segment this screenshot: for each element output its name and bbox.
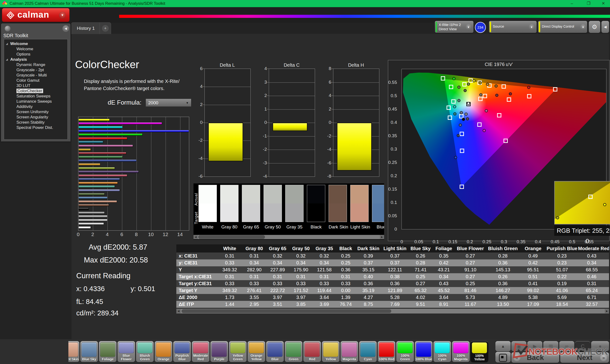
extra-tool-button[interactable]: ● [591, 341, 609, 351]
scroll-right-icon[interactable]: ▶ [380, 235, 384, 239]
cie-target-square [477, 122, 481, 127]
patch-button-orange-yellow[interactable]: Orange Yellow [247, 341, 265, 362]
scroll-right-icon[interactable]: ▶ [605, 309, 609, 313]
next-button[interactable]: Next » [560, 352, 609, 363]
reading-y-value: y: 0.501 [130, 285, 155, 293]
sidebar-item-grayscale-multi[interactable]: Grayscale - Multi [4, 73, 67, 78]
scroll-left-icon[interactable]: ◀ [176, 309, 181, 313]
loop-button[interactable]: ∞ [559, 341, 574, 351]
cie-inset-target-square [588, 195, 593, 199]
patch-button-green[interactable]: Green [285, 341, 302, 362]
patch-button-magenta[interactable]: Magenta [340, 341, 358, 362]
patch-button-red[interactable]: Red [303, 341, 321, 362]
meter-dropdown[interactable]: X-Rite i1Pro 2 Direct View ▼ [435, 21, 473, 33]
sidebar-indicator-button[interactable] [5, 26, 11, 31]
close-icon[interactable]: ✕ [598, 0, 608, 7]
scrollbar-thumb[interactable] [182, 309, 391, 313]
calman-menu-button[interactable]: calman ▼ [2, 8, 70, 22]
table-row-x-cie31: x: CIE310.310.310.320.320.320.250.390.37… [176, 252, 609, 260]
patch-label: Moderate Red [192, 354, 209, 362]
sidebar-item-colorchecker[interactable]: ColorChecker [4, 88, 67, 94]
stop-button[interactable] [495, 352, 511, 363]
settings-gear-button[interactable]: ⚙ [589, 21, 600, 33]
minimize-icon[interactable]: – [567, 0, 577, 7]
sidebar-item-color-gamut[interactable]: Color Gamut [4, 78, 67, 83]
swatch-strip-scrollbar[interactable]: ◀ ▶ [194, 235, 384, 239]
patch-button-moderate-red[interactable]: Moderate Red [192, 341, 209, 362]
cell-value: 0.43 [432, 280, 455, 287]
sidebar-item-options[interactable]: Options [4, 52, 67, 57]
sidebar-item-3d-lut[interactable]: 3D LUT [4, 83, 67, 88]
sidebar-item-welcome[interactable]: Welcome [4, 46, 67, 52]
delta-c-chart: Delta C43210-1-2-3-4 [255, 62, 314, 182]
read-continuous-button[interactable]: ◉ [511, 341, 526, 351]
sidebar-item-screen-angularity[interactable]: Screen Angularity [4, 115, 67, 120]
sidebar-item-grayscale-2pt[interactable]: Grayscale - 2pt [4, 67, 67, 73]
add-tab-button[interactable]: + [100, 22, 111, 34]
patch-button-blue-flower[interactable]: Blue Flower [117, 341, 135, 362]
patch-button-blue-sky[interactable]: Blue Sky [80, 341, 98, 362]
patch-swatch [305, 342, 320, 357]
chart-view-button[interactable]: ▥ [543, 341, 558, 351]
patch-button-100-cyan[interactable]: 100% Cyan [433, 341, 451, 362]
sidebar-collapse-button[interactable]: ◀ [63, 25, 69, 32]
read-series-button[interactable]: ▶ [527, 341, 542, 351]
sidebar-item-luminance-sweeps[interactable]: Luminance Sweeps [4, 99, 67, 104]
calman-dropdown-arrow-icon[interactable]: ▼ [59, 12, 66, 19]
patch-button-purple[interactable]: Purple [210, 341, 228, 362]
table-row-target-x-cie31: Target x:CIE310.310.310.310.310.310.310.… [176, 273, 609, 280]
cell-value: 171.52 [289, 287, 313, 294]
cie-target-square [451, 99, 455, 104]
sidebar-item-analysis[interactable]: ◢Analysis [4, 57, 67, 62]
sidebar-item-dynamic-range[interactable]: Dynamic Range [4, 62, 67, 67]
source-dropdown[interactable]: Source ▼ [489, 21, 537, 33]
deltae-bar-100-red [78, 137, 127, 140]
cell-value: 0.33 [336, 280, 355, 287]
cell-value: 282.90 [243, 266, 266, 273]
tab-history-1[interactable]: History 1 [71, 22, 100, 34]
cie-measured-dot [452, 77, 455, 80]
patch-button-100-red[interactable]: 100% Red [378, 341, 395, 362]
cell-value: 91.10 [455, 266, 486, 273]
calibrate-button[interactable]: C [575, 341, 590, 351]
sidebar-item-welcome[interactable]: ◢Welcome [4, 41, 67, 46]
chevron-down-icon: ▼ [580, 24, 586, 30]
cell-value: 3.97 [289, 294, 313, 301]
scroll-left-icon[interactable]: ◀ [194, 235, 198, 239]
patch-button-bluish-green[interactable]: Bluish Green [136, 341, 154, 362]
patch-button-100-yellow[interactable]: 100% Yellow [471, 341, 488, 362]
table-scrollbar[interactable]: ◀ ▶ [176, 309, 609, 313]
deltae-bar-bluish-green [78, 185, 115, 188]
sidebar-item-screen-stability[interactable]: Screen Stability [4, 120, 67, 125]
patch-button-blue[interactable]: Blue [266, 341, 284, 362]
patch-swatch [397, 342, 413, 353]
patch-button-100-blue[interactable]: 100% Blue [415, 341, 432, 362]
maximize-icon[interactable]: ❐ [584, 0, 593, 7]
sidebar-item-additivity[interactable]: Additivity [4, 104, 67, 109]
axis-tick-label: 3 [264, 79, 267, 85]
patch-button-yellow[interactable]: Yellow [322, 341, 339, 362]
patch-button-foliage[interactable]: Foliage [99, 341, 117, 362]
patch-button-100-green[interactable]: 100% Green [396, 341, 414, 362]
sidebar-item-screen-uniformity[interactable]: Screen Uniformity [4, 109, 67, 115]
patch-button-purplish-blue[interactable]: Purplish Blue [173, 341, 191, 362]
sidebar-item-spectral-power-dist[interactable]: Spectral Power Dist. [4, 125, 67, 130]
patch-button-cyan[interactable]: Cyan [359, 341, 377, 362]
de-formula-select[interactable]: 2000 ▼ [146, 99, 191, 107]
collapse-panel-button[interactable]: ◀ [601, 21, 609, 33]
swatch-target [307, 203, 325, 222]
cell-value: 3.55 [243, 294, 266, 301]
cell-value: 0.42 [520, 260, 546, 266]
scrollbar-thumb[interactable] [198, 235, 265, 239]
meter-count-badge[interactable]: 234 [475, 22, 486, 33]
patch-button-orange[interactable]: Orange [155, 341, 172, 362]
cell-value: 0.40 [355, 273, 381, 280]
patch-button-light-skin[interactable]: Light Skin [68, 341, 79, 362]
cell-value: 65.24 [578, 287, 606, 294]
scroll-up-button[interactable]: ▲ [495, 341, 511, 351]
patch-button-100-magenta[interactable]: 100% Magenta [452, 341, 470, 362]
sidebar-item-saturation-sweeps[interactable]: Saturation Sweeps [4, 94, 67, 99]
patch-button-yellow-green[interactable]: Yellow Green [229, 341, 247, 362]
back-button[interactable]: « Back [511, 352, 559, 363]
display-control-dropdown[interactable]: Direct Display Control ▼ [538, 21, 587, 33]
